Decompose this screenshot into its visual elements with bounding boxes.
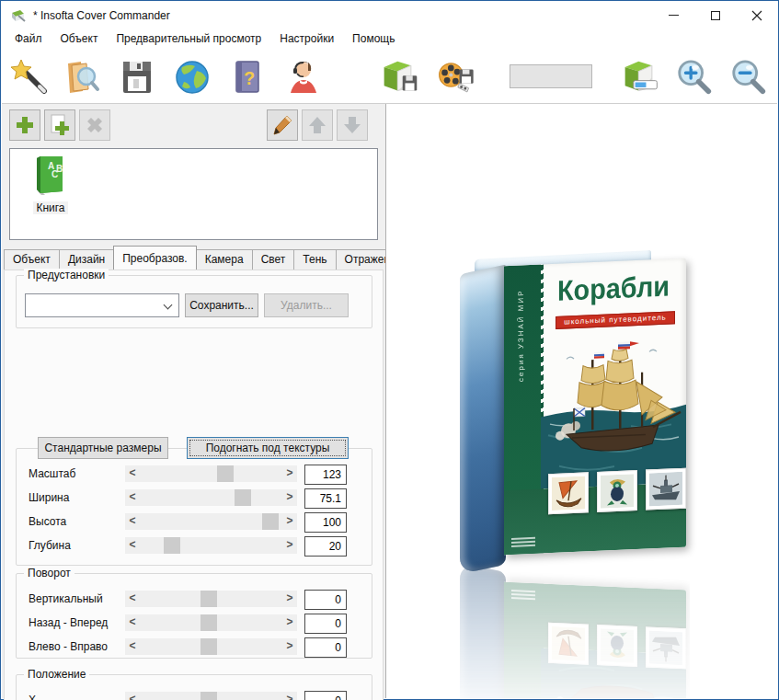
slider-increment[interactable]: > [282,692,297,700]
left-right-slider[interactable]: < > [125,638,297,655]
tab-transform[interactable]: Преобразов. [113,246,196,270]
preview-canvas[interactable]: серия УЗНАЙ МИР Корабли школьный путевод… [385,104,777,698]
back-forward-input[interactable] [304,614,347,634]
app-icon [10,8,27,23]
publisher-text-lines [511,535,535,547]
maximize-button[interactable] [694,2,736,29]
scale-slider[interactable]: < > [125,465,297,482]
fit-to-textures-button[interactable]: Подогнать под текстуры [187,437,349,459]
vertical-label: Вертикальный [29,592,103,605]
vertical-slider[interactable]: < > [125,591,297,607]
left-right-input[interactable] [304,637,347,658]
menu-settings[interactable]: Настройки [270,29,343,48]
book-object-icon: A C B [32,155,69,197]
chevron-down-icon [164,301,173,310]
help-icon[interactable]: ? [228,58,267,97]
menu-object[interactable]: Объект [52,29,108,48]
slider-decrement[interactable]: < [125,513,140,530]
tab-camera[interactable]: Камера [196,249,253,270]
width-input[interactable] [304,488,347,509]
scale-input[interactable] [304,465,347,485]
app-window: * Insofta Cover Commander Файл Объект Пр… [0,0,779,700]
width-slider-row: Ширина < > [5,488,383,509]
slider-increment[interactable]: > [282,465,297,482]
height-slider[interactable]: < > [125,513,297,530]
ship-illustration [541,327,686,489]
x-slider[interactable]: < > [125,692,297,700]
website-icon[interactable] [173,58,212,97]
slider-increment[interactable]: > [282,591,297,607]
slider-thumb[interactable] [200,638,217,655]
save-video-icon[interactable] [438,58,476,97]
add-object-button[interactable] [9,109,40,141]
slider-thumb[interactable] [262,513,279,530]
left-right-label: Влево - Вправо [29,640,108,653]
open-project-icon[interactable] [63,58,101,97]
slider-thumb[interactable] [164,537,180,554]
depth-slider-row: Глубина < > [5,536,383,557]
slider-decrement[interactable]: < [125,537,140,554]
book-bottom-band [504,483,686,556]
standard-sizes-button[interactable]: Стандартные размеры [38,437,168,459]
slider-decrement[interactable]: < [125,692,140,700]
object-list[interactable]: A C B Книга [9,148,378,240]
slider-increment[interactable]: > [282,638,297,655]
question-mark: ? [244,68,255,88]
save-image-icon[interactable] [381,58,419,97]
render-icon[interactable] [622,58,660,97]
thumb-warship [646,626,686,669]
vertical-input[interactable] [304,590,347,610]
slider-thumb[interactable] [200,614,217,631]
tab-shadow[interactable]: Тень [293,249,336,270]
slider-decrement[interactable]: < [125,591,140,607]
slider-thumb[interactable] [235,489,251,506]
menu-preview[interactable]: Предварительный просмотр [107,29,270,48]
position-group-label: Положение [24,668,89,681]
slider-increment[interactable]: > [282,489,297,506]
slider-decrement[interactable]: < [125,614,140,631]
book-cover: серия УЗНАЙ МИР Корабли школьный путевод… [504,258,686,556]
slider-decrement[interactable]: < [125,489,140,506]
book-cover: серия УЗНАЙ МИР Корабли школьный путевод… [504,582,686,698]
slider-thumb[interactable] [200,692,217,700]
x-input[interactable] [304,691,347,700]
tab-light[interactable]: Свет [252,249,295,270]
slider-decrement[interactable]: < [125,638,140,655]
book-title: Корабли [546,270,682,308]
slider-increment[interactable]: > [282,537,297,554]
support-icon[interactable] [283,58,322,97]
object-item-book[interactable]: A C B Книга [23,155,78,214]
menu-help[interactable]: Помощь [343,29,404,48]
slider-decrement[interactable]: < [125,465,140,482]
close-button[interactable] [736,2,777,29]
svg-text:B: B [56,164,63,174]
slider-thumb[interactable] [200,591,217,607]
back-forward-label: Назад - Вперед [29,616,108,629]
slider-increment[interactable]: > [282,614,297,631]
tab-object[interactable]: Объект [4,249,60,270]
slider-increment[interactable]: > [282,513,297,530]
zoom-in-icon[interactable] [675,58,714,97]
save-project-icon[interactable] [118,58,156,97]
menu-file[interactable]: Файл [6,29,52,48]
preset-save-button[interactable]: Сохранить... [185,293,258,317]
width-slider[interactable]: < > [125,489,297,506]
depth-input[interactable] [304,536,347,557]
zoom-out-icon[interactable] [729,58,768,97]
minimize-button[interactable] [653,2,694,29]
thumb-ancient-boat [548,623,589,665]
wizard-icon[interactable] [9,58,48,97]
depth-label: Глубина [29,539,71,552]
presets-combobox[interactable] [25,293,179,317]
back-forward-slider[interactable]: < > [125,614,297,631]
page-plus-icon [48,113,72,137]
slider-thumb[interactable] [217,465,234,482]
duplicate-object-button[interactable] [44,109,75,141]
edit-object-button[interactable] [267,109,298,141]
tab-design[interactable]: Дизайн [59,249,114,270]
transform-tab-page: Предустановки Сохранить... Удалить... Ст… [4,270,384,700]
height-input[interactable] [304,512,347,533]
depth-slider[interactable]: < > [125,537,297,554]
plus-icon [14,114,36,136]
book-spine [460,563,506,698]
